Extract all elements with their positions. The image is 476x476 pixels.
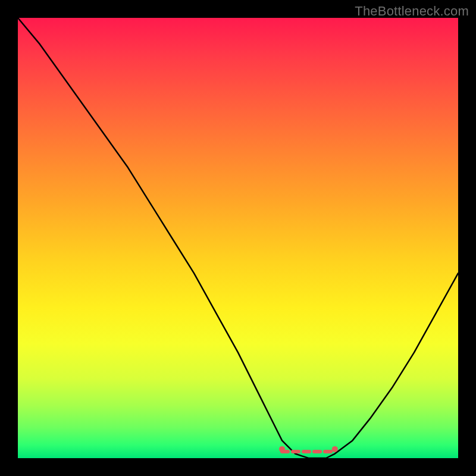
svg-point-2 [332,446,338,452]
svg-point-1 [279,446,285,452]
chart-frame: TheBottleneck.com [0,0,476,476]
chart-svg [18,18,458,458]
watermark-text: TheBottleneck.com [355,4,469,19]
plot-area [18,18,458,458]
bottleneck-curve [18,18,458,458]
